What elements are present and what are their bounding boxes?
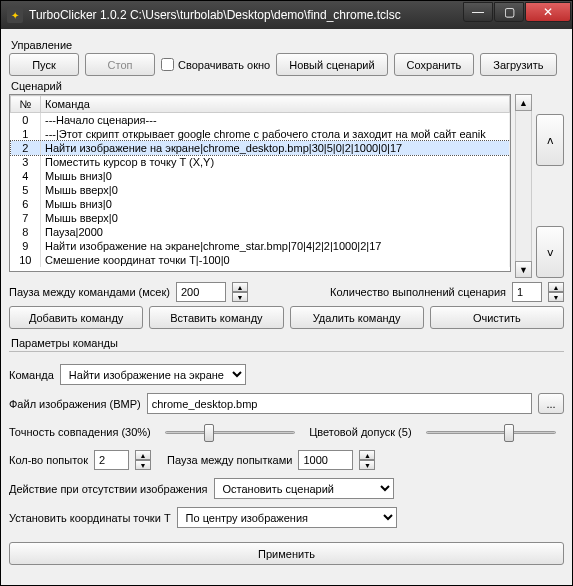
- scroll-down-icon[interactable]: ▼: [515, 261, 532, 278]
- titlebar[interactable]: ✦ TurboClicker 1.0.2 C:\Users\turbolab\D…: [1, 1, 572, 29]
- close-button[interactable]: ✕: [525, 2, 571, 22]
- move-down-button[interactable]: ᴠ: [536, 226, 564, 278]
- file-input[interactable]: [147, 393, 532, 414]
- attempts-label: Кол-во попыток: [9, 454, 88, 466]
- row-number: 5: [11, 183, 41, 197]
- pause-spinner[interactable]: ▲▼: [232, 282, 248, 302]
- row-command: Мышь вверх|0: [41, 183, 510, 197]
- app-window: ✦ TurboClicker 1.0.2 C:\Users\turbolab\D…: [0, 0, 573, 586]
- row-command: Пауза|2000: [41, 225, 510, 239]
- runs-input[interactable]: [512, 282, 542, 302]
- coord-label: Установить координаты точки T: [9, 512, 171, 524]
- stop-button[interactable]: Стоп: [85, 53, 155, 76]
- attempt-pause-spinner[interactable]: ▲▼: [359, 450, 375, 470]
- save-button[interactable]: Сохранить: [394, 53, 475, 76]
- delete-command-button[interactable]: Удалить команду: [290, 306, 424, 329]
- minimize-button[interactable]: —: [463, 2, 493, 22]
- pause-label: Пауза между командами (мсек): [9, 286, 170, 298]
- minimize-checkbox-row[interactable]: Сворачивать окно: [161, 58, 270, 71]
- params-section-label: Параметры команды: [11, 337, 564, 349]
- scenario-section-label: Сценарий: [11, 80, 564, 92]
- col-number-header[interactable]: №: [11, 96, 41, 113]
- row-command: Найти изображение на экране|chrome_deskt…: [41, 141, 510, 155]
- row-number: 8: [11, 225, 41, 239]
- on-missing-label: Действие при отсутствии изображения: [9, 483, 208, 495]
- row-number: 3: [11, 155, 41, 169]
- apply-button[interactable]: Применить: [9, 542, 564, 565]
- coord-select[interactable]: По центру изображения: [177, 507, 397, 528]
- insert-command-button[interactable]: Вставить команду: [149, 306, 283, 329]
- table-row[interactable]: 6Мышь вниз|0: [11, 197, 510, 211]
- row-command: Найти изображение на экране|chrome_star.…: [41, 239, 510, 253]
- row-command: Мышь вверх|0: [41, 211, 510, 225]
- load-button[interactable]: Загрузить: [480, 53, 556, 76]
- row-number: 4: [11, 169, 41, 183]
- minimize-checkbox-label: Сворачивать окно: [178, 59, 270, 71]
- accuracy-label: Точность совпадения (30%): [9, 426, 151, 438]
- scroll-up-icon[interactable]: ▲: [515, 94, 532, 111]
- row-number: 7: [11, 211, 41, 225]
- command-select[interactable]: Найти изображение на экране: [60, 364, 246, 385]
- attempt-pause-label: Пауза между попытками: [167, 454, 292, 466]
- row-number: 0: [11, 113, 41, 128]
- color-tolerance-label: Цветовой допуск (5): [309, 426, 411, 438]
- row-number: 9: [11, 239, 41, 253]
- attempts-spinner[interactable]: ▲▼: [135, 450, 151, 470]
- clear-button[interactable]: Очистить: [430, 306, 564, 329]
- move-up-button[interactable]: ᴧ: [536, 114, 564, 166]
- table-row[interactable]: 5Мышь вверх|0: [11, 183, 510, 197]
- minimize-checkbox[interactable]: [161, 58, 174, 71]
- attempt-pause-input[interactable]: [298, 450, 353, 470]
- table-row[interactable]: 8Пауза|2000: [11, 225, 510, 239]
- scenario-table[interactable]: № Команда 0---Начало сценария---1---|Это…: [9, 94, 511, 272]
- row-number: 6: [11, 197, 41, 211]
- app-icon: ✦: [7, 7, 23, 23]
- start-button[interactable]: Пуск: [9, 53, 79, 76]
- control-section-label: Управление: [11, 39, 564, 51]
- pause-input[interactable]: [176, 282, 226, 302]
- row-number: 10: [11, 253, 41, 267]
- table-row[interactable]: 2Найти изображение на экране|chrome_desk…: [11, 141, 510, 155]
- accuracy-slider[interactable]: [157, 422, 303, 442]
- window-title: TurboClicker 1.0.2 C:\Users\turbolab\Des…: [29, 8, 463, 22]
- runs-spinner[interactable]: ▲▼: [548, 282, 564, 302]
- table-row[interactable]: 3Поместить курсор в точку T (X,Y): [11, 155, 510, 169]
- row-command: ---Начало сценария---: [41, 113, 510, 128]
- row-command: Поместить курсор в точку T (X,Y): [41, 155, 510, 169]
- command-label: Команда: [9, 369, 54, 381]
- row-command: Мышь вниз|0: [41, 169, 510, 183]
- row-command: Смешение координат точки T|-100|0: [41, 253, 510, 267]
- table-row[interactable]: 4Мышь вниз|0: [11, 169, 510, 183]
- row-command: ---|Этот скрипт открывает google chrome …: [41, 127, 510, 141]
- table-row[interactable]: 9Найти изображение на экране|chrome_star…: [11, 239, 510, 253]
- browse-button[interactable]: ...: [538, 393, 564, 414]
- file-label: Файл изображения (BMP): [9, 398, 141, 410]
- runs-label: Количество выполнений сценария: [330, 286, 506, 298]
- col-command-header[interactable]: Команда: [41, 96, 510, 113]
- table-row[interactable]: 10Смешение координат точки T|-100|0: [11, 253, 510, 267]
- table-row[interactable]: 7Мышь вверх|0: [11, 211, 510, 225]
- on-missing-select[interactable]: Остановить сценарий: [214, 478, 394, 499]
- row-number: 2: [11, 141, 41, 155]
- maximize-button[interactable]: ▢: [494, 2, 524, 22]
- row-command: Мышь вниз|0: [41, 197, 510, 211]
- new-scenario-button[interactable]: Новый сценарий: [276, 53, 387, 76]
- add-command-button[interactable]: Добавить команду: [9, 306, 143, 329]
- table-row[interactable]: 0---Начало сценария---: [11, 113, 510, 128]
- row-number: 1: [11, 127, 41, 141]
- scroll-track[interactable]: [515, 111, 532, 261]
- attempts-input[interactable]: [94, 450, 129, 470]
- table-row[interactable]: 1---|Этот скрипт открывает google chrome…: [11, 127, 510, 141]
- color-tolerance-slider[interactable]: [418, 422, 564, 442]
- scrollbar[interactable]: ▲ ▼: [515, 94, 532, 278]
